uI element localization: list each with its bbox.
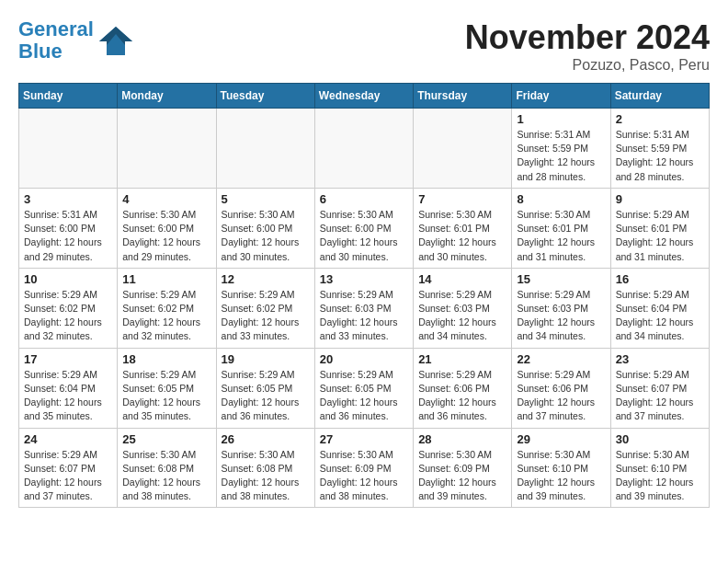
calendar-cell: 11Sunrise: 5:29 AM Sunset: 6:02 PM Dayli…	[118, 268, 216, 348]
month-title: November 2024	[465, 18, 710, 57]
calendar-cell	[314, 109, 413, 189]
calendar-cell: 14Sunrise: 5:29 AM Sunset: 6:03 PM Dayli…	[414, 268, 512, 348]
col-header-tuesday: Tuesday	[216, 84, 314, 109]
day-number: 19	[222, 352, 310, 366]
day-number: 17	[24, 352, 112, 366]
calendar-cell: 27Sunrise: 5:30 AM Sunset: 6:09 PM Dayli…	[314, 428, 413, 508]
week-row-1: 1Sunrise: 5:31 AM Sunset: 5:59 PM Daylig…	[19, 109, 710, 189]
calendar-cell: 9Sunrise: 5:29 AM Sunset: 6:01 PM Daylig…	[610, 188, 709, 268]
day-number: 15	[517, 272, 605, 286]
day-number: 12	[222, 272, 310, 286]
day-info: Sunrise: 5:30 AM Sunset: 6:00 PM Dayligh…	[222, 208, 310, 264]
day-number: 2	[616, 112, 704, 126]
calendar-cell: 17Sunrise: 5:29 AM Sunset: 6:04 PM Dayli…	[19, 348, 118, 428]
calendar-cell: 21Sunrise: 5:29 AM Sunset: 6:06 PM Dayli…	[414, 348, 512, 428]
day-number: 26	[222, 432, 310, 446]
calendar-cell: 23Sunrise: 5:29 AM Sunset: 6:07 PM Dayli…	[610, 348, 709, 428]
day-info: Sunrise: 5:30 AM Sunset: 6:09 PM Dayligh…	[418, 448, 506, 504]
calendar-cell: 22Sunrise: 5:29 AM Sunset: 6:06 PM Dayli…	[512, 348, 610, 428]
day-number: 6	[320, 192, 408, 206]
calendar-cell: 24Sunrise: 5:29 AM Sunset: 6:07 PM Dayli…	[19, 428, 118, 508]
calendar-cell	[19, 109, 118, 189]
day-number: 25	[122, 432, 210, 446]
col-header-wednesday: Wednesday	[314, 84, 413, 109]
week-row-4: 17Sunrise: 5:29 AM Sunset: 6:04 PM Dayli…	[19, 348, 710, 428]
day-info: Sunrise: 5:29 AM Sunset: 6:03 PM Dayligh…	[418, 288, 506, 344]
day-info: Sunrise: 5:30 AM Sunset: 6:00 PM Dayligh…	[122, 208, 210, 264]
day-info: Sunrise: 5:29 AM Sunset: 6:02 PM Dayligh…	[122, 288, 210, 344]
day-info: Sunrise: 5:30 AM Sunset: 6:01 PM Dayligh…	[418, 208, 506, 264]
day-number: 16	[616, 272, 704, 286]
day-info: Sunrise: 5:30 AM Sunset: 6:09 PM Dayligh…	[320, 448, 408, 504]
title-block: November 2024 Pozuzo, Pasco, Peru	[465, 18, 710, 74]
day-info: Sunrise: 5:30 AM Sunset: 6:08 PM Dayligh…	[122, 448, 210, 504]
calendar-cell: 2Sunrise: 5:31 AM Sunset: 5:59 PM Daylig…	[610, 109, 709, 189]
col-header-friday: Friday	[512, 84, 610, 109]
calendar-cell: 3Sunrise: 5:31 AM Sunset: 6:00 PM Daylig…	[19, 188, 118, 268]
col-header-thursday: Thursday	[414, 84, 512, 109]
day-info: Sunrise: 5:30 AM Sunset: 6:10 PM Dayligh…	[517, 448, 605, 504]
day-info: Sunrise: 5:29 AM Sunset: 6:03 PM Dayligh…	[517, 288, 605, 344]
calendar-cell: 26Sunrise: 5:30 AM Sunset: 6:08 PM Dayli…	[216, 428, 314, 508]
calendar-cell	[216, 109, 314, 189]
logo-text: General Blue	[18, 18, 94, 63]
day-number: 8	[517, 192, 605, 206]
calendar-cell: 8Sunrise: 5:30 AM Sunset: 6:01 PM Daylig…	[512, 188, 610, 268]
day-number: 24	[24, 432, 112, 446]
calendar-cell	[414, 109, 512, 189]
calendar-cell: 18Sunrise: 5:29 AM Sunset: 6:05 PM Dayli…	[118, 348, 216, 428]
calendar-cell: 7Sunrise: 5:30 AM Sunset: 6:01 PM Daylig…	[414, 188, 512, 268]
day-number: 22	[517, 352, 605, 366]
day-number: 18	[122, 352, 210, 366]
col-header-sunday: Sunday	[19, 84, 118, 109]
calendar-cell: 25Sunrise: 5:30 AM Sunset: 6:08 PM Dayli…	[118, 428, 216, 508]
day-info: Sunrise: 5:29 AM Sunset: 6:06 PM Dayligh…	[418, 368, 506, 424]
day-number: 4	[122, 192, 210, 206]
calendar-cell: 4Sunrise: 5:30 AM Sunset: 6:00 PM Daylig…	[118, 188, 216, 268]
day-info: Sunrise: 5:29 AM Sunset: 6:05 PM Dayligh…	[122, 368, 210, 424]
day-info: Sunrise: 5:29 AM Sunset: 6:05 PM Dayligh…	[320, 368, 408, 424]
day-number: 28	[418, 432, 506, 446]
day-info: Sunrise: 5:29 AM Sunset: 6:05 PM Dayligh…	[222, 368, 310, 424]
day-number: 23	[616, 352, 704, 366]
page-header: General Blue November 2024 Pozuzo, Pasco…	[18, 18, 710, 74]
day-number: 14	[418, 272, 506, 286]
day-number: 30	[616, 432, 704, 446]
day-number: 3	[24, 192, 112, 206]
day-number: 29	[517, 432, 605, 446]
day-info: Sunrise: 5:29 AM Sunset: 6:06 PM Dayligh…	[517, 368, 605, 424]
calendar-cell: 10Sunrise: 5:29 AM Sunset: 6:02 PM Dayli…	[19, 268, 118, 348]
day-info: Sunrise: 5:29 AM Sunset: 6:04 PM Dayligh…	[24, 368, 112, 424]
location-subtitle: Pozuzo, Pasco, Peru	[465, 57, 710, 74]
day-number: 20	[320, 352, 408, 366]
day-number: 1	[517, 112, 605, 126]
day-info: Sunrise: 5:31 AM Sunset: 5:59 PM Dayligh…	[517, 128, 605, 184]
day-info: Sunrise: 5:30 AM Sunset: 6:10 PM Dayligh…	[616, 448, 704, 504]
col-header-monday: Monday	[118, 84, 216, 109]
calendar-cell: 12Sunrise: 5:29 AM Sunset: 6:02 PM Dayli…	[216, 268, 314, 348]
calendar-cell: 29Sunrise: 5:30 AM Sunset: 6:10 PM Dayli…	[512, 428, 610, 508]
logo: General Blue	[18, 18, 134, 63]
day-info: Sunrise: 5:30 AM Sunset: 6:01 PM Dayligh…	[517, 208, 605, 264]
week-row-2: 3Sunrise: 5:31 AM Sunset: 6:00 PM Daylig…	[19, 188, 710, 268]
calendar-cell: 1Sunrise: 5:31 AM Sunset: 5:59 PM Daylig…	[512, 109, 610, 189]
day-info: Sunrise: 5:29 AM Sunset: 6:02 PM Dayligh…	[24, 288, 112, 344]
day-number: 11	[122, 272, 210, 286]
calendar-cell: 19Sunrise: 5:29 AM Sunset: 6:05 PM Dayli…	[216, 348, 314, 428]
day-info: Sunrise: 5:29 AM Sunset: 6:03 PM Dayligh…	[320, 288, 408, 344]
day-info: Sunrise: 5:29 AM Sunset: 6:07 PM Dayligh…	[24, 448, 112, 504]
day-number: 21	[418, 352, 506, 366]
day-number: 7	[418, 192, 506, 206]
logo-icon	[97, 25, 134, 57]
calendar-cell: 16Sunrise: 5:29 AM Sunset: 6:04 PM Dayli…	[610, 268, 709, 348]
day-info: Sunrise: 5:29 AM Sunset: 6:02 PM Dayligh…	[222, 288, 310, 344]
calendar-header-row: SundayMondayTuesdayWednesdayThursdayFrid…	[19, 84, 710, 109]
calendar-cell: 13Sunrise: 5:29 AM Sunset: 6:03 PM Dayli…	[314, 268, 413, 348]
day-number: 9	[616, 192, 704, 206]
calendar-cell: 28Sunrise: 5:30 AM Sunset: 6:09 PM Dayli…	[414, 428, 512, 508]
day-info: Sunrise: 5:29 AM Sunset: 6:01 PM Dayligh…	[616, 208, 704, 264]
calendar-cell: 30Sunrise: 5:30 AM Sunset: 6:10 PM Dayli…	[610, 428, 709, 508]
day-number: 5	[222, 192, 310, 206]
day-info: Sunrise: 5:30 AM Sunset: 6:08 PM Dayligh…	[222, 448, 310, 504]
week-row-3: 10Sunrise: 5:29 AM Sunset: 6:02 PM Dayli…	[19, 268, 710, 348]
